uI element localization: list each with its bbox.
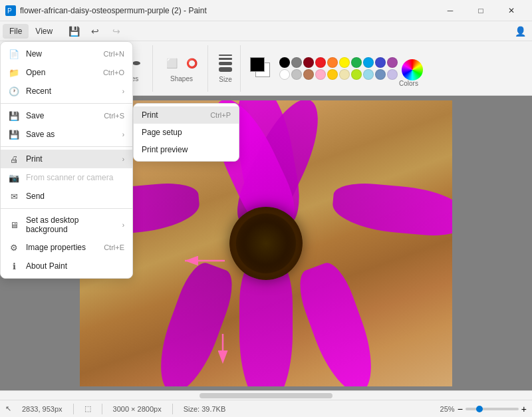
toolbar-size-group: Size <box>211 45 241 92</box>
color-darkblue[interactable] <box>375 57 386 68</box>
menu-item-new[interactable]: 📄 New Ctrl+N <box>1 45 132 63</box>
color-purple[interactable] <box>387 57 398 68</box>
shapes-row: ⬜ ⭕ <box>162 54 201 72</box>
colors-row-1 <box>279 57 398 68</box>
menu-item-about[interactable]: ℹ About Paint <box>1 257 132 275</box>
menu-item-print[interactable]: 🖨 Print › <box>1 150 132 168</box>
color-brown[interactable] <box>303 69 314 80</box>
save-icon: 💾 <box>9 110 19 121</box>
close-button[interactable]: ✕ <box>496 0 527 21</box>
color-gray[interactable] <box>291 57 302 68</box>
color-lightgray[interactable] <box>291 69 302 80</box>
selection-size: ⬚ <box>84 404 91 413</box>
color-red[interactable] <box>315 57 326 68</box>
color-palette-button[interactable] <box>402 59 423 80</box>
zoom-level: 25% <box>440 405 455 413</box>
new-icon: 📄 <box>9 49 19 59</box>
colors-row-2 <box>279 69 398 80</box>
horizontal-scrollbar[interactable] <box>0 390 532 400</box>
send-icon: ✉ <box>9 191 19 202</box>
menu-divider-3 <box>1 208 132 209</box>
zoom-in-button[interactable]: + <box>521 404 527 414</box>
color-blue[interactable] <box>363 57 374 68</box>
quick-save-button[interactable]: 💾 <box>65 22 83 41</box>
submenu-item-print-preview[interactable]: Print preview <box>134 141 239 158</box>
size-label: Size <box>219 76 231 83</box>
toolbar-colors-group: Colors <box>243 45 430 92</box>
status-sep-3 <box>172 404 173 414</box>
shape-ellipse[interactable]: ⭕ <box>182 54 201 72</box>
colors-label: Colors <box>399 80 418 87</box>
color-lime[interactable] <box>351 69 362 80</box>
img-properties-icon: ⚙ <box>9 242 19 253</box>
shape-rectangle[interactable]: ⬜ <box>162 54 181 72</box>
app-icon: P <box>5 5 16 16</box>
image-dimensions: 3000 × 2800px <box>113 405 162 413</box>
menu-item-save-as[interactable]: 💾 Save as › <box>1 125 132 144</box>
window-title: flower-african-daisy-osteospermum-purple… <box>20 6 207 15</box>
submenu-item-print[interactable]: Print Ctrl+P <box>134 106 239 124</box>
cursor-icon: ↖ <box>5 404 11 413</box>
shapes-label: Shapes <box>170 75 193 82</box>
file-size: Size: 39.7KB <box>184 405 226 413</box>
zoom-out-button[interactable]: − <box>458 404 463 414</box>
color-white[interactable] <box>279 69 290 80</box>
menu-divider-2 <box>1 146 132 147</box>
scroll-thumb-horizontal[interactable] <box>200 393 332 398</box>
recent-icon: 🕐 <box>9 86 19 96</box>
toolbar-shapes-group: ⬜ ⭕ Shapes <box>156 45 208 92</box>
zoom-slider[interactable] <box>466 408 519 410</box>
status-sep-2 <box>102 404 102 414</box>
help-button[interactable]: 👤 <box>511 22 529 41</box>
title-bar-left: P flower-african-daisy-osteospermum-purp… <box>5 5 207 16</box>
zoom-control: 25% − + <box>440 404 527 414</box>
desktop-bg-icon: 🖥 <box>9 219 19 230</box>
menu-item-scanner: 📷 From scanner or camera <box>1 168 132 187</box>
color-gold[interactable] <box>327 69 338 80</box>
maximize-button[interactable]: □ <box>466 0 496 21</box>
save-as-icon: 💾 <box>9 129 19 140</box>
color-lavender[interactable] <box>387 69 398 80</box>
submenu-item-page-setup[interactable]: Page setup <box>134 124 239 141</box>
menu-item-desktop-bg[interactable]: 🖥 Set as desktop background › <box>1 211 132 238</box>
menu-item-recent[interactable]: 🕐 Recent › <box>1 82 132 100</box>
redo-button[interactable]: ↪ <box>107 22 126 41</box>
color-beige[interactable] <box>339 69 350 80</box>
menu-view[interactable]: View <box>29 24 59 39</box>
menu-item-open[interactable]: 📁 Open Ctrl+O <box>1 63 132 82</box>
print-icon: 🖨 <box>9 154 19 164</box>
status-sep-1 <box>73 404 74 414</box>
menu-file[interactable]: File <box>3 24 29 39</box>
menu-item-img-properties[interactable]: ⚙ Image properties Ctrl+E <box>1 238 132 257</box>
menu-item-send[interactable]: ✉ Send <box>1 187 132 206</box>
minimize-button[interactable]: ─ <box>435 0 466 21</box>
file-dropdown-menu: 📄 New Ctrl+N 📁 Open Ctrl+O 🕐 Recent › 💾 … <box>0 41 133 279</box>
color-darkred[interactable] <box>303 57 314 68</box>
print-submenu: Print Ctrl+P Page setup Print preview <box>133 103 239 162</box>
menu-divider-1 <box>1 103 132 104</box>
color-pink[interactable] <box>315 69 326 80</box>
color-steelblue[interactable] <box>375 69 386 80</box>
menu-bar: File View 💾 ↩ ↪ 👤 <box>0 21 532 41</box>
color-lightblue[interactable] <box>363 69 374 80</box>
open-icon: 📁 <box>9 67 19 78</box>
zoom-slider-thumb[interactable] <box>476 406 483 412</box>
title-bar: P flower-african-daisy-osteospermum-purp… <box>0 0 532 21</box>
color-orange[interactable] <box>327 57 338 68</box>
undo-button[interactable]: ↩ <box>86 22 104 41</box>
cursor-position: 2833, 953px <box>22 405 63 413</box>
about-icon: ℹ <box>9 261 19 271</box>
scanner-icon: 📷 <box>9 172 19 183</box>
svg-point-5 <box>132 61 140 65</box>
menu-item-save[interactable]: 💾 Save Ctrl+S <box>1 106 132 125</box>
color-green[interactable] <box>351 57 362 68</box>
status-bar: ↖ 2833, 953px ⬚ 3000 × 2800px Size: 39.7… <box>0 400 532 417</box>
window-controls: ─ □ ✕ <box>435 0 527 21</box>
svg-text:P: P <box>7 7 12 15</box>
color-yellow[interactable] <box>339 57 350 68</box>
color-black[interactable] <box>279 57 290 68</box>
selection-icon: ⬚ <box>84 404 91 413</box>
